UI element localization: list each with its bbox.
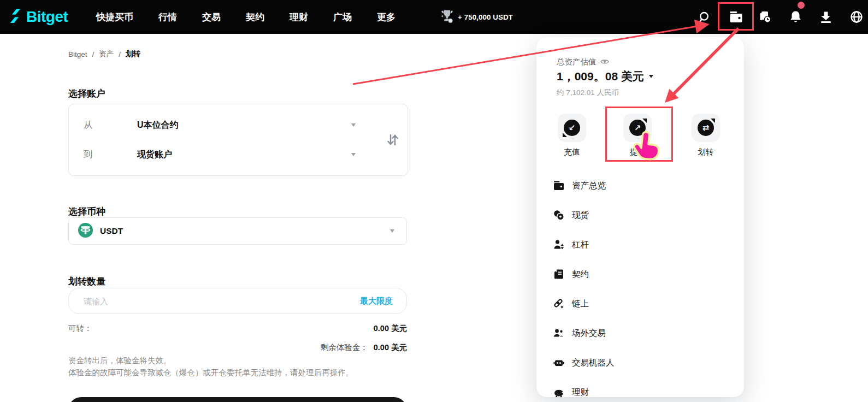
assets-dropdown-panel: 总资产估值 1，009。08 美元 约 7,102.01 人民币 ↙ 充值 ↗ … — [536, 37, 744, 397]
promo-text: + 750,000 USDT — [458, 13, 513, 21]
download-app-icon[interactable] — [819, 10, 833, 24]
bitget-logo[interactable]: Bitget — [8, 0, 68, 34]
breadcrumb: Bitget / 资产 / 划转 — [68, 49, 140, 59]
menu-label: 交易机器人 — [572, 357, 615, 369]
coins-icon — [553, 210, 564, 221]
menu-item-trading-bot[interactable]: 交易机器人 — [536, 348, 744, 377]
deposit-label: 充值 — [552, 147, 592, 157]
total-assets-label: 总资产估值 — [557, 57, 597, 67]
language-globe-icon[interactable] — [849, 10, 864, 24]
from-label: 从 — [84, 120, 137, 131]
total-assets-amount: 1，009。08 美元 — [557, 69, 644, 84]
menu-label: 资产总览 — [572, 180, 606, 192]
to-account-value: 现货账户 — [137, 149, 351, 161]
menu-label: 链上 — [572, 298, 589, 310]
withdraw-label: 提现 — [618, 147, 657, 157]
nav-item-futures[interactable]: 契约 — [246, 11, 264, 23]
wallet-icon[interactable] — [729, 10, 743, 24]
transfer-arrows-icon: ⇄ — [698, 120, 714, 136]
breadcrumb-assets[interactable]: 资产 — [99, 49, 114, 59]
from-account-value: U本位合约 — [137, 120, 351, 131]
amount-input-wrap: 最大限度 — [68, 288, 407, 314]
transfer-amount-heading: 划转数量 — [68, 275, 105, 288]
select-account-heading: 选择账户 — [68, 87, 105, 100]
amount-input[interactable] — [82, 296, 360, 306]
eye-icon[interactable] — [600, 58, 609, 67]
transfer-submit-button[interactable] — [68, 397, 407, 402]
bitget-logo-icon — [8, 8, 23, 26]
deposit-action[interactable]: ↙ 充值 — [552, 114, 592, 157]
menu-label: 契约 — [572, 269, 589, 280]
orders-icon[interactable] — [758, 10, 772, 24]
deposit-icon-tile: ↙ — [558, 114, 586, 142]
withdraw-arrow-icon: ↗ — [629, 120, 646, 136]
bitget-logo-text: Bitget — [26, 8, 68, 26]
contract-doc-icon — [553, 269, 564, 280]
trophy-icon — [440, 9, 454, 26]
menu-item-futures[interactable]: 契约 — [536, 259, 744, 289]
chevron-down-icon — [351, 123, 356, 127]
warning-line-2: 体验金的故障可能会导致减仓（爆仓）或开仓委托单无法维持，请处理后再操作。 — [68, 366, 423, 379]
bonus-row: 剩余体验金： 0.00 美元 — [68, 342, 407, 353]
transfer-label: 划转 — [686, 147, 725, 157]
menu-label: 场外交易 — [572, 328, 606, 339]
select-coin-heading: 选择币种 — [68, 205, 105, 218]
bonus-warning-text: 资金转出后，体验金将失效。 体验金的故障可能会导致减仓（爆仓）或开仓委托单无法维… — [68, 354, 423, 379]
nav-item-earn[interactable]: 理财 — [290, 11, 308, 23]
withdraw-icon-tile: ↗ — [623, 114, 652, 142]
breadcrumb-current: 划转 — [126, 49, 140, 59]
to-label: 到 — [84, 149, 137, 161]
menu-label: 理财 — [572, 387, 589, 398]
bonus-label: 剩余体验金： — [321, 342, 368, 353]
breadcrumb-separator: / — [92, 50, 95, 58]
total-assets-label-row: 总资产估值 — [557, 57, 609, 67]
from-account-select[interactable]: 从 U本位合约 — [84, 117, 379, 133]
available-row: 可转： 0.00 美元 — [68, 323, 407, 334]
piggy-bank-icon — [553, 387, 564, 398]
max-amount-link[interactable]: 最大限度 — [360, 296, 393, 306]
menu-item-otc[interactable]: 场外交易 — [536, 318, 744, 348]
assets-menu: 资产总览 现货 杠杆 契约 链上 场外交易 交易机器人 理财 — [536, 171, 744, 402]
menu-item-onchain[interactable]: 链上 — [536, 289, 744, 318]
tether-icon — [78, 222, 93, 240]
chain-link-icon — [553, 298, 564, 309]
swap-accounts-button[interactable] — [387, 133, 399, 149]
breadcrumb-home[interactable]: Bitget — [68, 50, 87, 58]
breadcrumb-separator: / — [119, 50, 121, 58]
chevron-down-icon — [390, 229, 394, 233]
available-label: 可转： — [68, 323, 92, 334]
p2p-people-icon — [553, 328, 564, 339]
total-assets-approx: 约 7,102.01 人民币 — [557, 88, 619, 98]
search-icon[interactable] — [697, 10, 711, 24]
notifications-bell-icon[interactable] — [788, 10, 802, 24]
chevron-down-icon — [649, 75, 653, 78]
chevron-down-icon — [351, 153, 356, 156]
menu-item-spot[interactable]: 现货 — [536, 200, 744, 230]
nav-item-markets[interactable]: 行情 — [158, 11, 177, 23]
transfer-action[interactable]: ⇄ 划转 — [686, 114, 725, 157]
promo-banner[interactable]: + 750,000 USDT — [440, 0, 513, 34]
menu-label: 杠杆 — [572, 239, 589, 251]
menu-item-asset-overview[interactable]: 资产总览 — [536, 171, 744, 200]
wallet-icon — [553, 180, 564, 191]
nav-item-trade[interactable]: 交易 — [202, 11, 221, 23]
to-account-select[interactable]: 到 现货账户 — [84, 147, 379, 162]
main-nav: 快捷买币 行情 交易 契约 理财 广场 更多 — [96, 0, 395, 34]
coin-select[interactable]: USDT — [68, 217, 407, 245]
menu-item-margin[interactable]: 杠杆 — [536, 230, 744, 259]
robot-icon — [553, 357, 564, 368]
warning-line-1: 资金转出后，体验金将失效。 — [68, 354, 423, 366]
nav-item-square[interactable]: 广场 — [333, 11, 352, 23]
nav-item-more[interactable]: 更多 — [377, 11, 395, 23]
coin-value: USDT — [100, 226, 390, 236]
deposit-arrow-icon: ↙ — [564, 120, 580, 136]
notification-badge-dot — [798, 2, 805, 9]
account-select-card: 从 U本位合约 到 现货账户 — [68, 104, 408, 176]
total-assets-value[interactable]: 1，009。08 美元 — [557, 69, 653, 84]
menu-item-earn[interactable]: 理财 — [536, 377, 744, 402]
available-value: 0.00 美元 — [374, 323, 407, 334]
margin-person-icon — [553, 239, 564, 250]
bonus-value: 0.00 美元 — [374, 342, 407, 353]
withdraw-action[interactable]: ↗ 提现 — [618, 114, 657, 157]
nav-item-buy-crypto[interactable]: 快捷买币 — [96, 11, 133, 23]
